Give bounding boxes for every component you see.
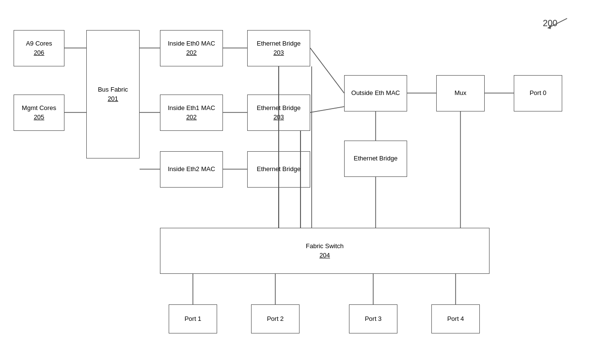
port2-label: Port 2 bbox=[267, 315, 284, 323]
port1-box: Port 1 bbox=[169, 304, 217, 333]
a9-cores-box: A9 Cores 206 bbox=[14, 30, 64, 66]
mgmt-cores-number: 205 bbox=[34, 113, 45, 122]
eth-bridge-right-box: Ethernet Bridge bbox=[344, 141, 407, 177]
eth-bridge-mid-label: Ethernet Bridge bbox=[257, 104, 300, 112]
port1-label: Port 1 bbox=[185, 315, 202, 323]
inside-eth1-mac-box: Inside Eth1 MAC 202 bbox=[160, 95, 223, 131]
port0-label: Port 0 bbox=[530, 89, 547, 97]
bus-fabric-box: Bus Fabric 201 bbox=[86, 30, 140, 158]
ref-number: 200 bbox=[543, 18, 557, 29]
a9-cores-label: A9 Cores bbox=[26, 39, 52, 48]
eth-bridge-right-label: Ethernet Bridge bbox=[354, 154, 397, 163]
outside-eth-mac-box: Outside Eth MAC bbox=[344, 75, 407, 111]
network-diagram: 200 A9 Cores 206 Mgmt Cores 205 Bus Fabr… bbox=[0, 0, 601, 364]
inside-eth0-mac-number: 202 bbox=[186, 48, 197, 57]
eth-bridge-btm-box: Ethernet Bridge bbox=[247, 151, 310, 188]
outside-eth-mac-label: Outside Eth MAC bbox=[351, 89, 400, 97]
eth-bridge-mid-box: Ethernet Bridge 203 bbox=[247, 95, 310, 131]
inside-eth1-mac-number: 202 bbox=[186, 113, 197, 122]
bus-fabric-label: Bus Fabric bbox=[98, 85, 128, 94]
svg-line-13 bbox=[310, 48, 344, 93]
inside-eth2-mac-label: Inside Eth2 MAC bbox=[168, 165, 215, 174]
eth-bridge-top-number: 203 bbox=[273, 48, 284, 57]
port4-label: Port 4 bbox=[447, 315, 464, 323]
fabric-switch-label: Fabric Switch bbox=[306, 242, 344, 251]
port4-box: Port 4 bbox=[431, 304, 480, 333]
a9-cores-number: 206 bbox=[34, 48, 45, 57]
port3-box: Port 3 bbox=[349, 304, 397, 333]
eth-bridge-mid-number: 203 bbox=[273, 113, 284, 122]
fabric-switch-number: 204 bbox=[319, 251, 330, 260]
eth-bridge-top-box: Ethernet Bridge 203 bbox=[247, 30, 310, 66]
inside-eth0-mac-label: Inside Eth0 MAC bbox=[168, 39, 215, 48]
mux-label: Mux bbox=[455, 89, 467, 97]
port2-box: Port 2 bbox=[251, 304, 300, 333]
bus-fabric-number: 201 bbox=[108, 95, 118, 103]
eth-bridge-top-label: Ethernet Bridge bbox=[257, 39, 300, 48]
svg-line-14 bbox=[310, 107, 344, 112]
eth-bridge-btm-label: Ethernet Bridge bbox=[257, 165, 300, 174]
inside-eth0-mac-box: Inside Eth0 MAC 202 bbox=[160, 30, 223, 66]
mgmt-cores-box: Mgmt Cores 205 bbox=[14, 95, 64, 131]
fabric-switch-box: Fabric Switch 204 bbox=[160, 228, 490, 274]
mgmt-cores-label: Mgmt Cores bbox=[22, 104, 56, 112]
port0-box: Port 0 bbox=[514, 75, 562, 111]
inside-eth2-mac-box: Inside Eth2 MAC bbox=[160, 151, 223, 188]
port3-label: Port 3 bbox=[365, 315, 382, 323]
inside-eth1-mac-label: Inside Eth1 MAC bbox=[168, 104, 215, 112]
mux-box: Mux bbox=[436, 75, 485, 111]
